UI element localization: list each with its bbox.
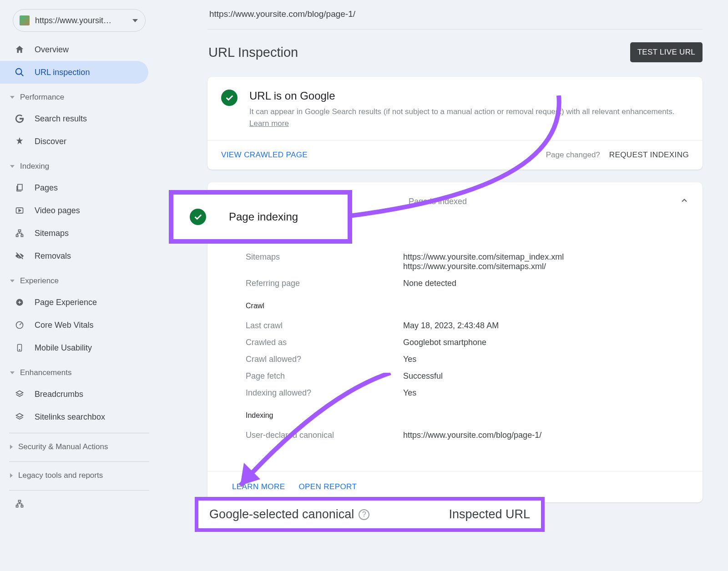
nav-label: Discover xyxy=(35,137,66,146)
sidebar-item-mobile-usability[interactable]: Mobile Usability xyxy=(0,336,148,359)
nav-group-security[interactable]: Security & Manual Actions xyxy=(0,437,158,457)
last-crawl-label: Last crawl xyxy=(246,321,403,331)
svg-point-10 xyxy=(19,350,20,351)
sidebar-item-search-results[interactable]: Search results xyxy=(0,107,148,130)
request-indexing-button[interactable]: REQUEST INDEXING xyxy=(609,150,689,160)
chevron-down-icon xyxy=(132,19,138,22)
layers-icon xyxy=(14,411,25,423)
sidebar-item-sitelinks-searchbox[interactable]: Sitelinks searchbox xyxy=(0,406,148,428)
circle-plus-icon xyxy=(14,296,25,308)
link-icon xyxy=(14,498,25,510)
annotation-highlight-content: Google-selected canonical? Inspected URL xyxy=(198,501,541,528)
svg-rect-2 xyxy=(18,185,22,190)
nav-label: Sitelinks searchbox xyxy=(35,412,105,422)
inspected-url[interactable]: https://www.yoursite.com/blog/page-1/ xyxy=(207,6,703,30)
sidebar-item-pages[interactable]: Pages xyxy=(0,176,148,199)
nav-group-legacy[interactable]: Legacy tools and reports xyxy=(0,466,158,486)
property-selector[interactable]: https://www.yoursit… xyxy=(13,9,146,32)
sidebar-item-links[interactable] xyxy=(0,492,148,515)
svg-line-1 xyxy=(21,74,24,76)
divider xyxy=(9,433,149,433)
section-title: Page indexing xyxy=(249,195,318,208)
nav-label: Mobile Usability xyxy=(35,343,92,353)
learn-more-button[interactable]: LEARN MORE xyxy=(232,482,285,491)
mobile-icon xyxy=(14,342,25,354)
sidebar: https://www.yoursit… Overview URL inspec… xyxy=(0,0,158,571)
svg-rect-11 xyxy=(19,501,21,502)
learn-more-link[interactable]: Learn more xyxy=(249,119,289,128)
nav-label: Sitemaps xyxy=(35,229,69,238)
nav-label: Video pages xyxy=(35,206,80,215)
page-indexing-card: Page indexing Page is indexed Discovery … xyxy=(207,182,703,502)
search-icon xyxy=(14,66,25,78)
user-canonical-value: https://www.yoursite.com/blog/page-1/ xyxy=(403,431,541,440)
nav-label: Core Web Vitals xyxy=(35,321,93,330)
svg-rect-13 xyxy=(21,505,23,507)
referring-value: None detected xyxy=(403,279,456,288)
nav-label: Breadcrumbs xyxy=(35,390,83,399)
chevron-down-icon xyxy=(10,280,15,282)
page-fetch-value: Successful xyxy=(403,371,443,381)
sidebar-item-discover[interactable]: Discover xyxy=(0,130,148,153)
google-icon xyxy=(14,113,25,125)
status-card: URL is on Google It can appear in Google… xyxy=(207,77,703,170)
discovery-heading: Discovery xyxy=(246,233,689,241)
sidebar-item-video-pages[interactable]: Video pages xyxy=(0,199,148,222)
crawled-as-label: Crawled as xyxy=(246,338,403,347)
sidebar-item-breadcrumbs[interactable]: Breadcrumbs xyxy=(0,383,148,406)
indexing-status: Page is indexed xyxy=(409,197,467,206)
sitemaps-label: Sitemaps xyxy=(246,252,403,271)
last-crawl-value: May 18, 2023, 2:43:48 AM xyxy=(403,321,499,331)
nav-label: Pages xyxy=(35,183,58,193)
svg-rect-5 xyxy=(16,235,18,236)
pages-icon xyxy=(14,182,25,194)
indexing-allowed-value: Yes xyxy=(403,388,416,398)
sidebar-item-page-experience[interactable]: Page Experience xyxy=(0,291,148,314)
nav-label: URL inspection xyxy=(35,68,90,77)
property-url: https://www.yoursit… xyxy=(35,16,128,25)
divider xyxy=(9,490,149,491)
svg-rect-4 xyxy=(19,230,21,232)
svg-rect-12 xyxy=(16,505,18,507)
main-content: https://www.yoursite.com/blog/page-1/ UR… xyxy=(158,0,728,571)
nav-label: Page Experience xyxy=(35,298,97,307)
divider xyxy=(9,461,149,462)
page-fetch-label: Page fetch xyxy=(246,371,403,381)
page-changed-label: Page changed? xyxy=(546,150,600,160)
chevron-down-icon xyxy=(10,96,15,99)
chevron-right-icon xyxy=(10,445,13,449)
check-circle-icon xyxy=(221,193,238,210)
crawl-heading: Crawl xyxy=(246,302,689,310)
open-report-button[interactable]: OPEN REPORT xyxy=(298,482,357,491)
star-icon xyxy=(14,135,25,147)
nav-label: Search results xyxy=(35,114,87,124)
sidebar-item-url-inspection[interactable]: URL inspection xyxy=(0,61,148,84)
test-live-url-button[interactable]: TEST LIVE URL xyxy=(630,42,703,62)
nav-group-performance[interactable]: Performance xyxy=(0,87,158,107)
nav-label: Overview xyxy=(35,45,69,55)
sitemap-icon xyxy=(14,227,25,239)
home-icon xyxy=(14,44,25,55)
nav-group-experience[interactable]: Experience xyxy=(0,271,158,291)
nav-group-enhancements[interactable]: Enhancements xyxy=(0,363,158,383)
indexing-heading: Indexing xyxy=(246,411,689,420)
speed-icon xyxy=(14,319,25,331)
chevron-down-icon xyxy=(10,371,15,374)
svg-point-0 xyxy=(16,69,22,75)
layers-icon xyxy=(14,388,25,400)
referring-label: Referring page xyxy=(246,279,403,288)
sidebar-item-removals[interactable]: Removals xyxy=(0,245,148,267)
sidebar-item-overview[interactable]: Overview xyxy=(0,38,148,61)
sitemaps-value: https://www.yoursite.com/sitemap_index.x… xyxy=(403,252,564,271)
crawled-as-value: Googlebot smartphone xyxy=(403,338,486,347)
chevron-right-icon xyxy=(10,473,13,478)
view-crawled-page-button[interactable]: VIEW CRAWLED PAGE xyxy=(221,150,308,160)
chevron-down-icon xyxy=(10,165,15,168)
nav-group-indexing[interactable]: Indexing xyxy=(0,156,158,176)
status-title: URL is on Google xyxy=(249,90,689,102)
sidebar-item-sitemaps[interactable]: Sitemaps xyxy=(0,222,148,245)
indexing-allowed-label: Indexing allowed? xyxy=(246,388,403,398)
check-circle-icon xyxy=(190,209,206,225)
sidebar-item-core-web-vitals[interactable]: Core Web Vitals xyxy=(0,314,148,336)
page-indexing-header[interactable]: Page indexing Page is indexed xyxy=(207,182,703,220)
